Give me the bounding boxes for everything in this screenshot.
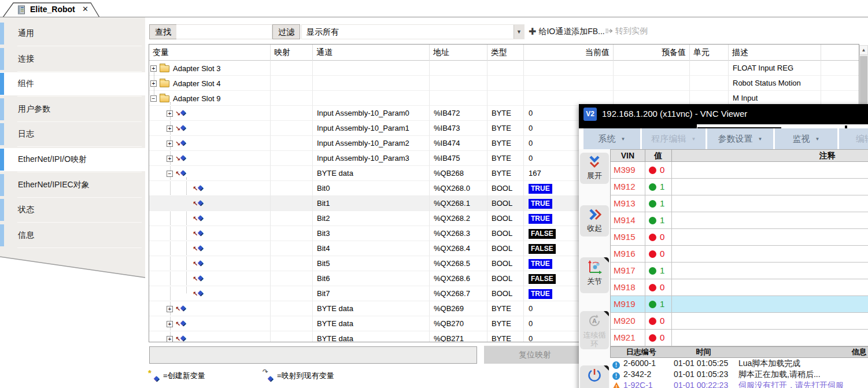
- tab-elite-robot[interactable]: Elite_Robot ✕: [2, 1, 102, 17]
- monitor-row[interactable]: M9141: [610, 212, 868, 229]
- monitor-row[interactable]: M9150: [610, 229, 868, 246]
- io-cell: FLOAT Input REG: [729, 61, 821, 76]
- monitor-row[interactable]: M9160: [610, 246, 868, 263]
- chevron-down-icon[interactable]: ▼: [514, 25, 524, 39]
- io-cell: %QB269: [430, 301, 487, 316]
- collapse-minus-icon[interactable]: −: [150, 95, 157, 102]
- input-channel-icon: ↘◆: [176, 139, 186, 149]
- sidebar-item-8[interactable]: 信息: [0, 224, 145, 247]
- legend-map-existing-variable: ↷◆=映射到现有变量: [263, 371, 334, 381]
- menu-label: 系统: [599, 134, 616, 145]
- expand-plus-icon[interactable]: +: [167, 141, 173, 147]
- sidebar-item-4[interactable]: 日志: [0, 123, 145, 146]
- value-number: 1: [660, 182, 664, 191]
- menu-4[interactable]: 编辑按▼: [839, 128, 868, 149]
- value-cell: 1: [645, 195, 672, 212]
- sidebar-item-6[interactable]: EtherNet/IPIEC对象: [0, 173, 145, 197]
- side-button-auto-loop[interactable]: A连续循环: [580, 311, 609, 349]
- red-dot-icon: [649, 250, 656, 258]
- value-number: 1: [660, 215, 664, 225]
- io-cell: [487, 91, 524, 106]
- bool-value-badge: FALSE: [529, 229, 556, 239]
- add-fb-label: 给IO通道添加FB...: [538, 27, 604, 36]
- sidebar-item-3[interactable]: 用户参数: [0, 98, 145, 121]
- app-root: Elite_Robot ✕ 通用连接组件用户参数日志EtherNet/IPI/O…: [0, 0, 868, 388]
- io-column-header: 描述: [729, 45, 821, 61]
- tab-close-icon[interactable]: ✕: [82, 5, 88, 13]
- value-cell: 0: [645, 229, 672, 245]
- value-cell: 0: [645, 162, 672, 178]
- value-number: 0: [660, 332, 664, 342]
- side-button-collapse[interactable]: 收起: [580, 205, 609, 237]
- vnc-titlebar[interactable]: V2 192.168.1.200 (x11vnc) - VNC Viewer: [579, 104, 868, 124]
- chevron-down-icon: ▼: [692, 136, 696, 142]
- io-column-header: 映射: [271, 45, 313, 61]
- log-row[interactable]: !2-6000-101-01 01:05:25Lua脚本加载完成: [610, 358, 868, 369]
- io-table-row[interactable]: +Adapter Slot 4Robot Status Motion: [149, 76, 859, 91]
- red-dot-icon: [649, 167, 656, 174]
- io-cell: [271, 76, 313, 91]
- monitor-row[interactable]: M9131: [610, 195, 868, 212]
- io-cell: ↖◆: [149, 286, 271, 301]
- io-cell: BYTE data: [313, 316, 430, 331]
- reset-mapping-button[interactable]: 复位映射: [484, 346, 586, 364]
- side-button-joint[interactable]: 关节: [580, 257, 609, 293]
- comment-cell: [672, 296, 868, 312]
- monitor-row[interactable]: M9210: [610, 330, 868, 346]
- vin-cell: M917: [611, 263, 645, 279]
- add-fb-button[interactable]: ✚给IO通道添加FB...: [529, 26, 605, 39]
- monitor-row[interactable]: M9180: [610, 279, 868, 296]
- collapse-minus-icon[interactable]: −: [167, 171, 173, 177]
- monitor-row[interactable]: M9191: [610, 296, 868, 313]
- log-row[interactable]: !1-92C-101-01 00:22:23伺服没有打开，请先打开伺服: [610, 380, 868, 388]
- side-button-power[interactable]: [580, 365, 609, 388]
- expand-plus-icon[interactable]: +: [150, 65, 157, 72]
- sidebar-item-separator: [17, 247, 142, 248]
- menu-1[interactable]: 程序编辑▼: [642, 128, 706, 149]
- io-cell: Input Assembly-10_Param1: [313, 121, 430, 136]
- output-channel-icon: ↖◆: [176, 169, 186, 179]
- sidebar-item-2[interactable]: 组件: [0, 72, 145, 95]
- io-cell: −↖◆: [149, 166, 271, 181]
- input-channel-icon: ↘◆: [176, 124, 186, 134]
- sidebar-item-7[interactable]: 状态: [0, 198, 145, 221]
- expand-plus-icon[interactable]: +: [150, 80, 157, 87]
- sidebar-item-1[interactable]: 连接: [0, 47, 145, 71]
- io-cell: BOOL: [487, 256, 524, 271]
- expand-plus-icon[interactable]: +: [167, 125, 173, 132]
- side-button-expand[interactable]: 展开: [580, 153, 609, 184]
- filter-dropdown[interactable]: 显示所有 ▼: [301, 24, 525, 39]
- goto-instance-button[interactable]: 转到实例: [605, 26, 648, 39]
- output-channel-icon: ↖◆: [193, 229, 203, 239]
- sidebar-item-5[interactable]: EtherNet/IPI/O映射: [0, 148, 145, 171]
- corner-triangle-icon: [604, 257, 609, 263]
- find-input[interactable]: [176, 24, 272, 39]
- expand-plus-icon[interactable]: +: [167, 156, 173, 162]
- diamond-glyph: ◆: [198, 196, 203, 210]
- menu-2[interactable]: 参数设置▼: [707, 128, 773, 149]
- menu-3[interactable]: 监视▼: [775, 128, 837, 149]
- io-cell: Bit6: [313, 271, 430, 286]
- io-column-header: 变量: [149, 45, 271, 61]
- log-column-header: 信息: [735, 347, 868, 357]
- io-table-row[interactable]: +Adapter Slot 3FLOAT Input REG: [149, 61, 859, 76]
- value-number: 0: [660, 232, 664, 242]
- expand-plus-icon[interactable]: +: [167, 110, 173, 117]
- menu-0[interactable]: 系统▼: [583, 128, 640, 149]
- monitor-row[interactable]: M9200: [610, 313, 868, 330]
- log-row[interactable]: !2-342-201-01 01:05:23脚本正在加载,请稍后...: [610, 369, 868, 380]
- scrollbar-up-icon[interactable]: ▲: [859, 45, 868, 55]
- io-cell: +↘◆: [149, 136, 271, 151]
- monitor-row[interactable]: M9171: [610, 263, 868, 279]
- scrollbar-thumb[interactable]: [860, 56, 867, 107]
- diamond-glyph: ◆: [198, 271, 203, 285]
- monitor-row[interactable]: M9121: [610, 179, 868, 195]
- monitor-row[interactable]: M3990: [610, 162, 868, 179]
- io-cell: [271, 286, 313, 301]
- expand-plus-icon[interactable]: +: [167, 306, 173, 312]
- sidebar-item-0[interactable]: 通用: [0, 22, 145, 45]
- bool-value-badge: FALSE: [529, 274, 556, 284]
- sidebar-item-label: 组件: [18, 79, 34, 89]
- expand-plus-icon[interactable]: +: [167, 321, 173, 327]
- expand-plus-icon[interactable]: +: [167, 336, 173, 342]
